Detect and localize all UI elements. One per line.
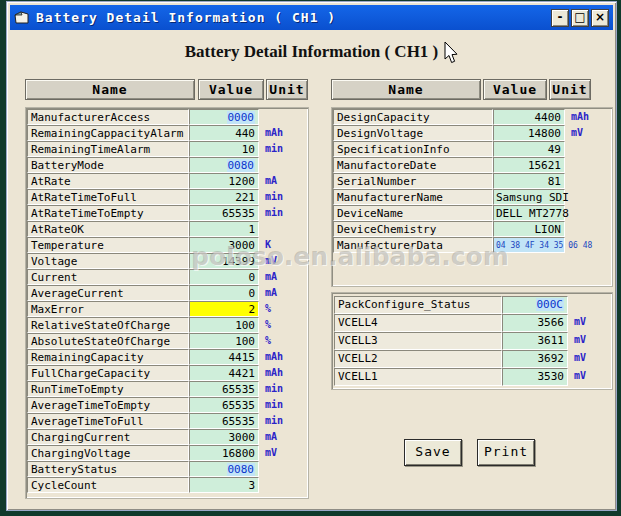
parameter-unit: mA — [259, 269, 307, 285]
table-row: AbsoluteStateOfCharge100% — [27, 333, 307, 349]
parameter-name: CycleCount — [27, 477, 189, 493]
parameter-value[interactable]: 3000 — [189, 429, 259, 445]
parameter-value[interactable]: 000C — [502, 296, 568, 314]
hex-value: 0080 — [227, 463, 256, 476]
maximize-button[interactable]: □ — [571, 9, 589, 27]
parameter-value[interactable]: 0080 — [189, 157, 259, 173]
parameter-unit: K — [259, 237, 307, 253]
parameter-unit — [259, 157, 307, 173]
parameter-unit — [565, 173, 611, 189]
parameter-name: MaxError — [27, 301, 189, 317]
parameter-name: ManufacturerData — [333, 237, 493, 253]
parameter-value[interactable]: 81 — [493, 173, 565, 189]
parameter-value[interactable]: 4421 — [189, 365, 259, 381]
parameter-value[interactable]: 3530 — [502, 368, 568, 386]
table-row: VCELL23692mV — [334, 350, 610, 368]
parameter-value[interactable]: 3566 — [502, 314, 568, 332]
parameter-value[interactable]: 4400 — [493, 109, 565, 125]
parameter-value[interactable]: 16800 — [189, 445, 259, 461]
parameter-value[interactable]: DELL MT2778 — [493, 205, 565, 221]
parameter-unit: min — [259, 141, 307, 157]
hex-value: 000C — [536, 298, 565, 311]
parameter-value[interactable]: LION — [493, 221, 565, 237]
right-header-unit: Unit — [549, 79, 591, 100]
parameter-name: SpecificationInfo — [333, 141, 493, 157]
table-row: SerialNumber81 — [333, 173, 611, 189]
parameter-unit: min — [259, 413, 307, 429]
parameter-value[interactable]: 15621 — [493, 157, 565, 173]
parameter-value[interactable]: 3611 — [502, 332, 568, 350]
parameter-value[interactable]: 1200 — [189, 173, 259, 189]
parameter-unit — [565, 221, 611, 237]
parameter-name: RemainingTimeAlarm — [27, 141, 189, 157]
parameter-name: Voltage — [27, 253, 189, 269]
table-row: CycleCount3 — [27, 477, 307, 493]
table-row: VCELL43566mV — [334, 314, 610, 332]
table-row: ManufacturerAccess0000 — [27, 109, 307, 125]
table-row: AtRateTimeToEmpty65535min — [27, 205, 307, 221]
parameter-value[interactable]: 14399 — [189, 253, 259, 269]
parameter-value[interactable]: 10 — [189, 141, 259, 157]
parameter-name: AverageCurrent — [27, 285, 189, 301]
parameter-unit — [565, 237, 611, 253]
parameter-unit: mV — [568, 314, 610, 332]
parameter-value[interactable]: 14800 — [493, 125, 565, 141]
table-row: DeviceChemistryLION — [333, 221, 611, 237]
parameter-value[interactable]: 4415 — [189, 349, 259, 365]
parameter-unit: min — [259, 205, 307, 221]
close-button[interactable]: × — [591, 9, 609, 27]
parameter-value[interactable]: 0 — [189, 285, 259, 301]
parameter-name: SerialNumber — [333, 173, 493, 189]
parameter-name: AverageTimeToFull — [27, 413, 189, 429]
table-row: AtRateTimeToFull221min — [27, 189, 307, 205]
parameter-value[interactable]: 0 — [189, 269, 259, 285]
parameter-name: ChargingVoltage — [27, 445, 189, 461]
parameter-value[interactable]: 65535 — [189, 205, 259, 221]
table-row: RelativeStateOfCharge100% — [27, 317, 307, 333]
parameter-value[interactable]: 221 — [189, 189, 259, 205]
parameter-unit: mV — [568, 368, 610, 386]
table-row: Voltage14399mV — [27, 253, 307, 269]
parameter-value[interactable]: 2 — [189, 301, 259, 317]
parameter-value[interactable]: 49 — [493, 141, 565, 157]
minimize-button[interactable]: - — [551, 9, 569, 27]
parameter-value[interactable]: 3 — [189, 477, 259, 493]
parameter-value[interactable]: 3000 — [189, 237, 259, 253]
parameter-value[interactable]: 3692 — [502, 350, 568, 368]
table-row: BatteryMode0080 — [27, 157, 307, 173]
parameter-name: DesignCapacity — [333, 109, 493, 125]
parameter-unit: min — [259, 189, 307, 205]
parameter-value[interactable]: 04 38 4F 34 35 06 48 — [493, 237, 565, 253]
parameter-unit — [565, 157, 611, 173]
table-row: ManufacturerData04 38 4F 34 35 06 48 — [333, 237, 611, 253]
hex-value: 0080 — [227, 159, 256, 172]
parameter-name: BatteryMode — [27, 157, 189, 173]
table-row: PackConfigure_Status000C — [334, 296, 610, 314]
parameter-name: VCELL2 — [334, 350, 502, 368]
parameter-value[interactable]: 65535 — [189, 413, 259, 429]
parameter-value[interactable]: 100 — [189, 317, 259, 333]
parameter-value[interactable]: 100 — [189, 333, 259, 349]
print-button[interactable]: Print — [477, 439, 535, 466]
parameter-name: ManufacturerAccess — [27, 109, 189, 125]
battery-detail-window: Battery Detail Information ( CH1 ) - □ ×… — [6, 1, 617, 511]
parameter-unit — [568, 296, 610, 314]
parameter-name: ManufactoreDate — [333, 157, 493, 173]
table-row: AverageTimeToEmpty65535min — [27, 397, 307, 413]
parameter-unit: mAh — [259, 125, 307, 141]
parameter-value[interactable]: 65535 — [189, 381, 259, 397]
save-button[interactable]: Save — [404, 439, 462, 466]
parameter-value[interactable]: Samsung SDI — [493, 189, 565, 205]
parameter-value[interactable]: 65535 — [189, 397, 259, 413]
parameter-value[interactable]: 1 — [189, 221, 259, 237]
parameter-name: AtRate — [27, 173, 189, 189]
parameter-name: ChargingCurrent — [27, 429, 189, 445]
parameter-value[interactable]: 0000 — [189, 109, 259, 125]
parameter-value[interactable]: 0080 — [189, 461, 259, 477]
parameter-value[interactable]: 440 — [189, 125, 259, 141]
parameter-unit: % — [259, 317, 307, 333]
table-row: ManufactoreDate15621 — [333, 157, 611, 173]
table-row: AverageCurrent0mA — [27, 285, 307, 301]
table-row: AtRateOK1 — [27, 221, 307, 237]
table-row: BatteryStatus0080 — [27, 461, 307, 477]
